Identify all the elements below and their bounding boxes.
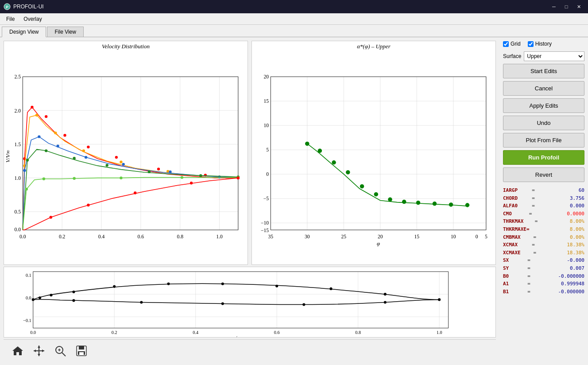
save-button[interactable] bbox=[74, 344, 89, 358]
svg-point-34 bbox=[115, 156, 118, 159]
app-icon: P bbox=[4, 3, 11, 10]
svg-point-66 bbox=[87, 204, 89, 206]
stats-key: ALFA0 bbox=[503, 202, 518, 210]
alpha-chart: α*(φ) – Upper 20 15 10 5 0 −5 −10 −15 35… bbox=[251, 41, 496, 265]
svg-marker-157 bbox=[42, 349, 44, 352]
svg-text:2.5: 2.5 bbox=[15, 74, 21, 80]
stats-table: IARGP=60CHORD=3.756ALFA0=0.000CMO=0.0000… bbox=[503, 186, 584, 295]
stats-eq: = bbox=[526, 264, 531, 272]
stats-val: 18.38% bbox=[549, 249, 584, 257]
svg-point-148 bbox=[302, 303, 305, 306]
surface-select[interactable]: Upper Lower bbox=[524, 51, 584, 61]
close-button[interactable]: ✕ bbox=[573, 2, 584, 11]
alpha-svg[interactable]: 20 15 10 5 0 −5 −10 −15 35 30 25 20 15 1… bbox=[252, 51, 495, 262]
history-label: History bbox=[535, 41, 552, 47]
svg-point-151 bbox=[72, 299, 75, 302]
svg-point-136 bbox=[438, 298, 441, 301]
tabs-bar: Design View File View bbox=[0, 25, 588, 37]
svg-point-68 bbox=[190, 182, 193, 184]
stats-val: 0.0000 bbox=[549, 210, 584, 218]
cancel-button[interactable]: Cancel bbox=[503, 81, 584, 96]
stats-eq: = bbox=[526, 256, 531, 264]
svg-point-112 bbox=[433, 202, 436, 206]
velocity-svg[interactable]: 2.5 2.0 1.5 1.0 0.5 0.0 V/V∞ 0.0 0.2 0.4… bbox=[4, 51, 248, 262]
minimize-button[interactable]: ─ bbox=[548, 2, 560, 11]
history-checkbox[interactable] bbox=[528, 41, 534, 47]
menu-overlay[interactable]: Overlay bbox=[19, 15, 46, 23]
stats-row: A1=0.999948 bbox=[503, 280, 584, 288]
svg-text:30: 30 bbox=[305, 234, 310, 240]
svg-point-31 bbox=[45, 115, 47, 118]
stats-eq: = bbox=[533, 233, 538, 241]
run-profoil-button[interactable]: Run Profoil bbox=[503, 150, 584, 165]
svg-point-61 bbox=[73, 177, 75, 180]
stats-row: ALFA0=0.000 bbox=[503, 202, 584, 210]
svg-text:1.0: 1.0 bbox=[15, 175, 21, 181]
svg-point-114 bbox=[465, 203, 469, 207]
svg-point-108 bbox=[374, 192, 378, 196]
svg-text:0.0: 0.0 bbox=[30, 330, 36, 335]
svg-text:0.4: 0.4 bbox=[193, 330, 198, 335]
svg-text:0.0: 0.0 bbox=[15, 227, 21, 233]
svg-point-35 bbox=[157, 167, 160, 170]
foil-svg[interactable]: 0.1 0.0 −0.1 0.0 0.2 0.4 0.6 0.8 1.0 x/c bbox=[4, 267, 495, 337]
svg-rect-28 bbox=[23, 77, 238, 230]
stats-key: CMO bbox=[503, 210, 512, 218]
stats-val: 18.38% bbox=[549, 241, 584, 249]
tab-design-view[interactable]: Design View bbox=[2, 27, 46, 37]
svg-marker-156 bbox=[34, 349, 36, 352]
stats-val: -0.000 bbox=[549, 256, 584, 264]
stats-row: CHORD=3.756 bbox=[503, 194, 584, 202]
stats-val: 0.000 bbox=[549, 202, 584, 210]
svg-text:φ: φ bbox=[377, 241, 380, 247]
svg-point-137 bbox=[384, 293, 387, 295]
svg-text:−15: −15 bbox=[261, 228, 269, 233]
stats-val: -0.000000 bbox=[549, 288, 584, 296]
stats-eq: = bbox=[531, 186, 536, 194]
charts-area: Velocity Distribution 2.5 2.0 1.5 1.0 0.… bbox=[0, 37, 499, 365]
svg-point-150 bbox=[140, 301, 143, 303]
apply-edits-button[interactable]: Apply Edits bbox=[503, 98, 584, 113]
titlebar: P PROFOIL-UI ─ □ ✕ bbox=[0, 0, 588, 13]
pan-button[interactable] bbox=[32, 344, 46, 358]
foil-chart: 0.1 0.0 −0.1 0.0 0.2 0.4 0.6 0.8 1.0 x/c bbox=[4, 267, 496, 338]
svg-point-69 bbox=[237, 176, 240, 179]
menu-file[interactable]: File bbox=[2, 15, 19, 23]
zoom-button[interactable] bbox=[53, 344, 67, 358]
stats-eq: = bbox=[531, 241, 536, 249]
stats-key: THRKMAX bbox=[503, 217, 523, 225]
svg-point-103 bbox=[306, 142, 309, 145]
grid-option[interactable]: Grid bbox=[503, 41, 521, 47]
stats-row: CMBMAX=0.00% bbox=[503, 233, 584, 241]
stats-eq bbox=[538, 225, 540, 233]
svg-point-42 bbox=[120, 161, 122, 163]
svg-point-147 bbox=[384, 301, 387, 303]
svg-marker-155 bbox=[38, 354, 40, 356]
undo-button[interactable]: Undo bbox=[503, 116, 584, 130]
stats-row: THRKMAX=8.00% bbox=[503, 217, 584, 225]
stats-row: IARGP=60 bbox=[503, 186, 584, 194]
start-edits-button[interactable]: Start Edits bbox=[503, 64, 584, 78]
svg-rect-163 bbox=[79, 346, 84, 349]
svg-text:20: 20 bbox=[378, 234, 383, 240]
home-button[interactable] bbox=[11, 344, 25, 358]
grid-checkbox[interactable] bbox=[503, 41, 509, 47]
svg-point-139 bbox=[275, 285, 278, 287]
maximize-button[interactable]: □ bbox=[561, 2, 572, 11]
velocity-chart: Velocity Distribution 2.5 2.0 1.5 1.0 0.… bbox=[4, 41, 248, 265]
stats-row: SX=-0.000 bbox=[503, 256, 584, 264]
svg-text:0.4: 0.4 bbox=[98, 234, 105, 240]
svg-text:20: 20 bbox=[263, 74, 269, 80]
alpha-chart-title: α*(φ) – Upper bbox=[252, 41, 495, 51]
history-option[interactable]: History bbox=[528, 41, 552, 47]
menubar: File Overlay bbox=[0, 13, 588, 25]
tab-file-view[interactable]: File View bbox=[47, 27, 83, 37]
svg-point-149 bbox=[221, 303, 224, 305]
plot-from-file-button[interactable]: Plot From File bbox=[503, 133, 584, 148]
revert-button[interactable]: Revert bbox=[503, 167, 584, 182]
stats-key: XCMAX bbox=[503, 241, 518, 249]
svg-point-46 bbox=[38, 135, 40, 138]
svg-point-146 bbox=[32, 298, 35, 301]
svg-point-106 bbox=[346, 171, 350, 174]
svg-point-145 bbox=[39, 296, 41, 299]
